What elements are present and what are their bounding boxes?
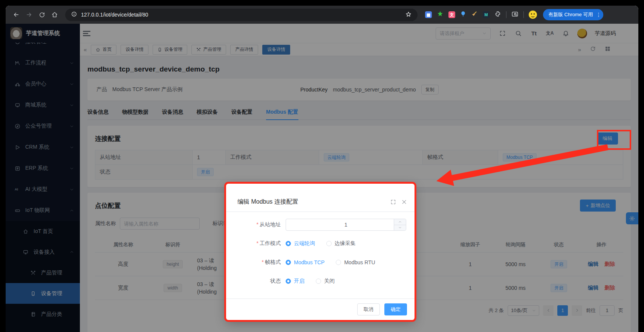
extensions-puzzle-icon[interactable]: [494, 11, 501, 19]
radio-cloud-polling[interactable]: 云端轮询: [286, 240, 315, 247]
extension-broom-icon[interactable]: [471, 11, 478, 19]
work-mode-form-label: *工作模式: [226, 240, 281, 247]
extension-icons: ▦ 文 M: [425, 11, 537, 19]
dialog-fullscreen-icon[interactable]: [390, 199, 396, 205]
url-text: 127.0.0.1/iot/device/detail/80: [81, 12, 148, 18]
forward-icon[interactable]: [24, 9, 34, 20]
radio-status-off[interactable]: 关闭: [316, 278, 335, 285]
dialog-header: 编辑 Modbus 连接配置: [226, 184, 415, 212]
radio-icon: [286, 260, 291, 265]
confirm-button[interactable]: 确定: [384, 303, 407, 315]
required-asterisk: *: [257, 240, 259, 246]
dialog-title: 编辑 Modbus 连接配置: [237, 198, 385, 206]
radio-modbus-rtu[interactable]: Modbus RTU: [336, 259, 375, 265]
edit-modbus-dialog: 编辑 Modbus 连接配置 *从站地址 1 *工作模式: [226, 184, 415, 320]
chrome-update-button[interactable]: 有新版 Chrome 可用 ⋮: [543, 9, 603, 20]
radio-icon: [286, 279, 291, 284]
back-icon[interactable]: [11, 9, 21, 20]
radio-edge-collect[interactable]: 边缘采集: [326, 240, 356, 247]
cancel-button[interactable]: 取消: [357, 303, 380, 315]
bookmark-star-icon[interactable]: [405, 11, 411, 18]
dialog-body: *从站地址 1 *工作模式 云端轮询 边缘采集: [226, 212, 415, 287]
radio-status-on[interactable]: 开启: [286, 278, 304, 285]
address-bar[interactable]: 127.0.0.1/iot/device/detail/80: [65, 9, 418, 21]
chrome-menu-icon[interactable]: ⋮: [596, 12, 601, 18]
slave-address-form-label: *从站地址: [226, 221, 281, 228]
extension-star-icon[interactable]: [437, 11, 444, 19]
dialog-close-icon[interactable]: [401, 199, 407, 205]
radio-icon: [336, 260, 341, 265]
browser-chrome: 127.0.0.1/iot/device/detail/80 ▦ 文 M 有新版…: [6, 6, 638, 24]
slave-address-input[interactable]: 1: [286, 219, 406, 231]
home-icon[interactable]: [49, 9, 60, 20]
frame-format-form-label: *帧格式: [226, 259, 281, 266]
status-form-label: 状态: [226, 278, 281, 285]
extension-m-icon[interactable]: M: [483, 11, 490, 18]
required-asterisk: *: [257, 221, 259, 227]
chrome-update-label: 有新版 Chrome 可用: [548, 11, 593, 18]
slave-address-value: 1: [344, 222, 347, 228]
stepper-up-icon[interactable]: [394, 219, 406, 225]
radio-icon: [316, 279, 321, 284]
profile-avatar-icon[interactable]: [529, 11, 537, 19]
radio-icon: [286, 241, 291, 246]
tab-search-icon[interactable]: [511, 11, 519, 19]
extension-translate-icon[interactable]: 文: [448, 11, 455, 18]
extension-tiles-icon[interactable]: ▦: [425, 11, 432, 18]
browser-window: 127.0.0.1/iot/device/detail/80 ▦ 文 M 有新版…: [6, 6, 638, 332]
number-stepper[interactable]: [394, 219, 406, 230]
dialog-footer: 取消 确定: [226, 298, 415, 320]
radio-icon: [326, 241, 332, 246]
stepper-down-icon[interactable]: [394, 225, 406, 231]
site-info-icon[interactable]: [71, 11, 77, 18]
reload-icon[interactable]: [37, 9, 47, 20]
required-asterisk: *: [262, 259, 264, 265]
annotation-highlight-edit-button: [597, 130, 631, 150]
extension-balloon-icon[interactable]: [460, 11, 466, 19]
radio-modbus-tcp[interactable]: Modbus TCP: [286, 259, 324, 265]
